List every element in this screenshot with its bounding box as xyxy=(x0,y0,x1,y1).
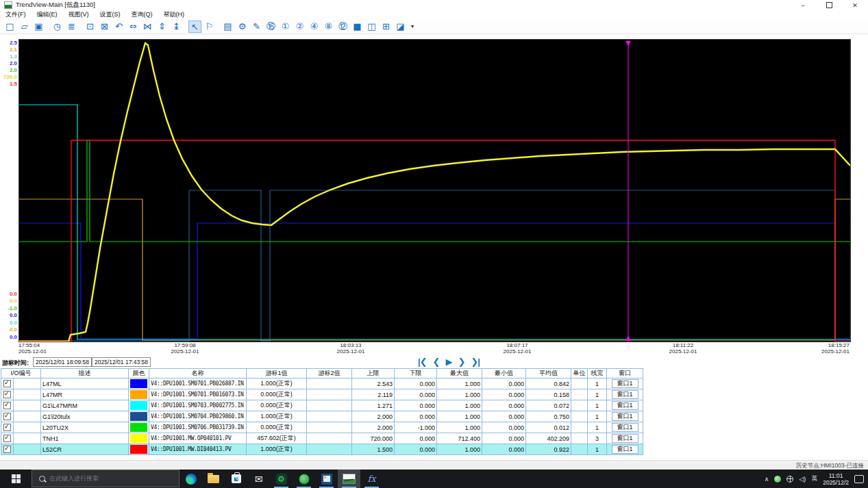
menu-file[interactable]: 文件(F) xyxy=(0,10,32,19)
table-row[interactable]: L47MR V4::DPU1001.SM0701.PB016073.IN 0.0… xyxy=(1,389,643,400)
h-compress-icon[interactable]: ⋈ xyxy=(141,21,154,33)
antivirus-tray-icon[interactable] xyxy=(774,476,781,483)
curves-16-icon[interactable]: ⑯ xyxy=(264,21,277,33)
col-avg: 平均值 xyxy=(526,369,571,378)
row-checkbox[interactable] xyxy=(1,411,14,422)
open-folder-icon[interactable]: ▱ xyxy=(18,21,31,33)
col-upper: 上限 xyxy=(352,369,395,378)
tag-color-swatch xyxy=(129,444,149,455)
zoom-area-icon[interactable]: ⊡ xyxy=(84,21,97,33)
cursor1-time-field[interactable]: 2025/12/01 18:09:58 xyxy=(33,357,92,367)
row-checkbox[interactable] xyxy=(1,433,14,444)
zoom-reset-icon[interactable]: ⊠ xyxy=(98,21,111,33)
trend-nav: |❮ ❮ ▶ ❯ ❯| xyxy=(418,357,480,368)
curves-4-icon[interactable]: ④ xyxy=(308,21,321,33)
network-icon[interactable] xyxy=(786,476,793,483)
curves-1-icon[interactable]: ① xyxy=(279,21,292,33)
taskbar-app-trendview[interactable] xyxy=(338,470,360,488)
y-axis-upper-label: 2.0 xyxy=(0,67,17,74)
row-checkbox[interactable] xyxy=(1,444,14,455)
row-checkbox[interactable] xyxy=(1,389,14,400)
maximize-button[interactable] xyxy=(816,0,842,10)
flag-cursor-icon[interactable]: ⚐ xyxy=(203,21,216,33)
tag-name: V4::DPU1001.SM0706.PB031739.IN xyxy=(149,422,247,433)
layout-two-icon[interactable]: ◫ xyxy=(365,21,378,33)
taskbar-clock[interactable]: 11:01 2025/12/2 xyxy=(823,472,849,486)
table-row[interactable]: L47ML V4::DPU1001.SM0701.PB026887.IN 1.0… xyxy=(1,378,643,389)
col-cursor2: 游标2值 xyxy=(307,369,352,378)
nav-last-button[interactable]: ❯| xyxy=(471,357,480,368)
save-icon[interactable]: ▣ xyxy=(32,21,45,33)
trend-plot[interactable] xyxy=(18,39,851,342)
v-expand-icon[interactable]: ⇕ xyxy=(156,21,169,33)
pointer-cursor-icon[interactable]: ↖ xyxy=(188,21,201,33)
taskbar-app-store[interactable] xyxy=(225,470,247,488)
row-checkbox[interactable] xyxy=(1,400,14,411)
taskbar-app-file-explorer[interactable] xyxy=(202,470,225,488)
curves-2-icon[interactable]: ② xyxy=(293,21,306,33)
speaker-icon[interactable]: ◁) xyxy=(799,476,806,483)
v-compress-icon[interactable]: ↨ xyxy=(170,21,183,33)
taskbar-search[interactable] xyxy=(32,470,179,487)
cursor2-time-field[interactable]: 2025/12/01 17:43:58 xyxy=(92,357,151,367)
layout-grid-icon[interactable]: ⊞ xyxy=(380,21,393,33)
col-desc: 描述 xyxy=(41,369,129,378)
tag-list-icon[interactable]: ≣ xyxy=(65,21,78,33)
nav-play-button[interactable]: ▶ xyxy=(445,357,451,368)
checkbox-checked-icon xyxy=(3,424,11,431)
taskbar-app-green-gear[interactable]: ⚙ xyxy=(270,470,293,488)
menu-edit[interactable]: 编辑(E) xyxy=(32,10,63,19)
new-file-icon[interactable]: □ xyxy=(3,21,16,33)
layout-single-icon[interactable]: ■ xyxy=(351,21,364,33)
y-axis-upper-label: 2.5 xyxy=(0,40,17,47)
col-window: 窗口 xyxy=(607,369,643,378)
menu-help[interactable]: 帮助(H) xyxy=(158,10,190,19)
nav-first-button[interactable]: |❮ xyxy=(418,357,427,368)
x-axis-tick: 18:11:222025-12-01 xyxy=(652,343,714,355)
minimize-button[interactable]: – xyxy=(790,0,816,10)
menu-view[interactable]: 视图(V) xyxy=(63,10,95,19)
menu-settings[interactable]: 设置(S) xyxy=(95,10,126,19)
tag-desc: L20TU2X xyxy=(41,422,129,433)
probe-pen-icon[interactable]: ✎ xyxy=(250,21,263,33)
taskbar-app-fx[interactable]: fx xyxy=(360,470,383,488)
window-cell: 窗口1 xyxy=(607,378,643,389)
time-range-icon[interactable]: ◷ xyxy=(51,21,64,33)
checkbox-checked-icon xyxy=(3,402,11,409)
table-row-selected[interactable]: L52CR V4::DPU1001.MW.DI040413.PV 1.000(正… xyxy=(1,444,643,455)
row-checkbox[interactable] xyxy=(1,378,14,389)
nav-next-button[interactable]: ❯ xyxy=(458,357,464,368)
settings-gear-icon[interactable]: ⚙ xyxy=(236,21,249,33)
h-expand-icon[interactable]: ⇔ xyxy=(127,21,140,33)
taskbar-app-green-globe[interactable] xyxy=(293,470,315,488)
menu-query[interactable]: 查询(Q) xyxy=(126,10,158,19)
start-button[interactable] xyxy=(0,470,32,488)
taskbar-app-edge[interactable] xyxy=(179,470,202,488)
ime-indicator[interactable]: 英 xyxy=(811,474,817,483)
row-checkbox[interactable] xyxy=(1,422,14,433)
taskbar-app-mail[interactable]: ✉ xyxy=(247,470,270,488)
tray-expand-icon[interactable]: ∧ xyxy=(765,476,769,483)
table-row[interactable]: G1\l20tulx V4::DPU1001.SM0704.PB029860.I… xyxy=(1,411,643,422)
nav-prev-button[interactable]: ❮ xyxy=(433,357,440,368)
dropdown-arrow-icon[interactable]: ▾ xyxy=(408,21,417,33)
folder-icon xyxy=(208,475,219,483)
plot-output-icon[interactable]: ◪ xyxy=(394,21,407,33)
notification-center-icon[interactable] xyxy=(854,475,864,483)
table-row[interactable]: G1\L47MRM V4::DPU1001.SM0703.PB002775.IN… xyxy=(1,400,643,411)
table-row[interactable]: TNH1 V4::DPU1001.MW.OP040101.PV 457.602(… xyxy=(1,433,643,444)
table-header-row: I/O编号 描述 颜色 名称 游标1值 游标2值 上限 下限 最大值 最小值 平… xyxy=(1,369,643,378)
history-server-icon[interactable]: ▤ xyxy=(221,21,234,33)
table-row[interactable]: L20TU2X V4::DPU1001.SM0706.PB031739.IN 0… xyxy=(1,422,643,433)
col-cursor1: 游标1值 xyxy=(247,369,307,378)
close-button[interactable]: ✕ xyxy=(842,0,868,10)
curves-8-icon[interactable]: ⑧ xyxy=(322,21,335,33)
trend-svg xyxy=(19,40,850,342)
col-lower: 下限 xyxy=(395,369,437,378)
x-axis-tick: 18:15:272025-12-01 xyxy=(788,343,850,355)
taskbar-app-picture[interactable] xyxy=(315,470,338,488)
search-input[interactable] xyxy=(48,474,167,483)
y-axis-lower-label: 0.0 xyxy=(0,298,17,305)
undo-icon[interactable]: ↶ xyxy=(112,21,125,33)
curves-12-icon[interactable]: ⑫ xyxy=(336,21,349,33)
